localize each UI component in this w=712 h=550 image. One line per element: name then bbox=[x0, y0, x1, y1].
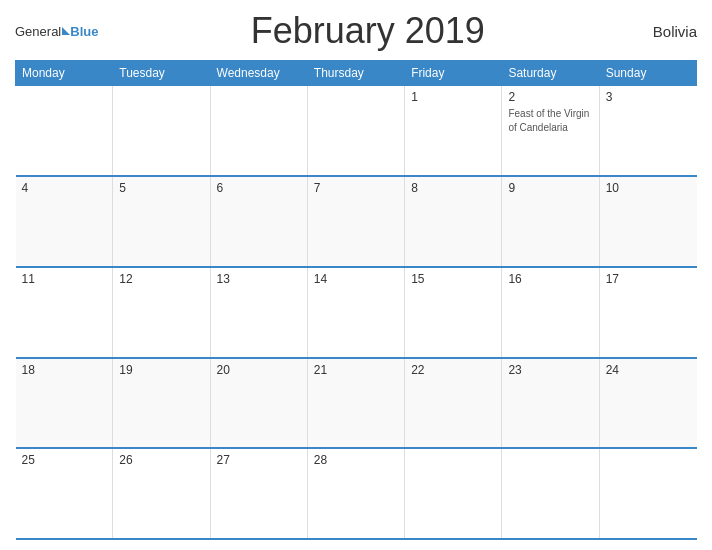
calendar-cell bbox=[599, 448, 696, 539]
day-number: 19 bbox=[119, 363, 203, 377]
holiday-label: Feast of the Virgin of Candelaria bbox=[508, 108, 589, 133]
calendar-cell: 27 bbox=[210, 448, 307, 539]
day-number: 20 bbox=[217, 363, 301, 377]
day-number: 9 bbox=[508, 181, 592, 195]
header-friday: Friday bbox=[405, 61, 502, 86]
calendar-cell: 3 bbox=[599, 86, 696, 177]
calendar-cell: 17 bbox=[599, 267, 696, 358]
calendar-cell: 18 bbox=[16, 358, 113, 449]
day-number: 16 bbox=[508, 272, 592, 286]
logo-triangle-icon bbox=[62, 27, 70, 35]
day-number: 4 bbox=[22, 181, 107, 195]
day-number: 17 bbox=[606, 272, 691, 286]
header-wednesday: Wednesday bbox=[210, 61, 307, 86]
header-thursday: Thursday bbox=[307, 61, 404, 86]
calendar-week-row: 45678910 bbox=[16, 176, 697, 267]
calendar-cell: 12 bbox=[113, 267, 210, 358]
calendar-cell: 8 bbox=[405, 176, 502, 267]
calendar-cell: 24 bbox=[599, 358, 696, 449]
header-tuesday: Tuesday bbox=[113, 61, 210, 86]
header-sunday: Sunday bbox=[599, 61, 696, 86]
calendar-cell: 5 bbox=[113, 176, 210, 267]
day-number: 10 bbox=[606, 181, 691, 195]
calendar-week-row: 18192021222324 bbox=[16, 358, 697, 449]
day-number: 23 bbox=[508, 363, 592, 377]
logo: General Blue bbox=[15, 24, 98, 39]
day-number: 14 bbox=[314, 272, 398, 286]
calendar-cell: 21 bbox=[307, 358, 404, 449]
day-number: 1 bbox=[411, 90, 495, 104]
logo-blue-text: Blue bbox=[70, 24, 98, 39]
calendar-cell: 20 bbox=[210, 358, 307, 449]
calendar-week-row: 11121314151617 bbox=[16, 267, 697, 358]
day-number: 5 bbox=[119, 181, 203, 195]
calendar-header: General Blue February 2019 Bolivia bbox=[15, 10, 697, 52]
day-number: 22 bbox=[411, 363, 495, 377]
calendar-cell bbox=[502, 448, 599, 539]
calendar-cell bbox=[307, 86, 404, 177]
day-number: 26 bbox=[119, 453, 203, 467]
calendar-cell: 9 bbox=[502, 176, 599, 267]
calendar-cell: 22 bbox=[405, 358, 502, 449]
calendar-cell: 2Feast of the Virgin of Candelaria bbox=[502, 86, 599, 177]
calendar-cell: 13 bbox=[210, 267, 307, 358]
day-number: 28 bbox=[314, 453, 398, 467]
day-number: 24 bbox=[606, 363, 691, 377]
calendar-cell: 14 bbox=[307, 267, 404, 358]
day-number: 6 bbox=[217, 181, 301, 195]
calendar-cell: 25 bbox=[16, 448, 113, 539]
day-number: 18 bbox=[22, 363, 107, 377]
calendar-cell: 6 bbox=[210, 176, 307, 267]
day-number: 15 bbox=[411, 272, 495, 286]
day-number: 11 bbox=[22, 272, 107, 286]
day-number: 2 bbox=[508, 90, 592, 104]
country-label: Bolivia bbox=[637, 23, 697, 40]
calendar-cell: 26 bbox=[113, 448, 210, 539]
calendar-cell bbox=[16, 86, 113, 177]
calendar-cell: 16 bbox=[502, 267, 599, 358]
calendar-cell: 4 bbox=[16, 176, 113, 267]
weekday-header-row: Monday Tuesday Wednesday Thursday Friday… bbox=[16, 61, 697, 86]
calendar-cell bbox=[405, 448, 502, 539]
calendar-cell: 7 bbox=[307, 176, 404, 267]
calendar-week-row: 25262728 bbox=[16, 448, 697, 539]
calendar-cell bbox=[210, 86, 307, 177]
day-number: 13 bbox=[217, 272, 301, 286]
calendar-cell: 28 bbox=[307, 448, 404, 539]
calendar-cell: 1 bbox=[405, 86, 502, 177]
calendar-cell: 11 bbox=[16, 267, 113, 358]
calendar-cell bbox=[113, 86, 210, 177]
day-number: 12 bbox=[119, 272, 203, 286]
calendar-cell: 23 bbox=[502, 358, 599, 449]
day-number: 3 bbox=[606, 90, 691, 104]
day-number: 8 bbox=[411, 181, 495, 195]
calendar-title: February 2019 bbox=[98, 10, 637, 52]
header-monday: Monday bbox=[16, 61, 113, 86]
calendar-table: Monday Tuesday Wednesday Thursday Friday… bbox=[15, 60, 697, 540]
day-number: 7 bbox=[314, 181, 398, 195]
calendar-cell: 10 bbox=[599, 176, 696, 267]
calendar-week-row: 12Feast of the Virgin of Candelaria3 bbox=[16, 86, 697, 177]
day-number: 21 bbox=[314, 363, 398, 377]
day-number: 25 bbox=[22, 453, 107, 467]
day-number: 27 bbox=[217, 453, 301, 467]
logo-general-text: General bbox=[15, 24, 61, 39]
calendar-cell: 15 bbox=[405, 267, 502, 358]
calendar-cell: 19 bbox=[113, 358, 210, 449]
header-saturday: Saturday bbox=[502, 61, 599, 86]
